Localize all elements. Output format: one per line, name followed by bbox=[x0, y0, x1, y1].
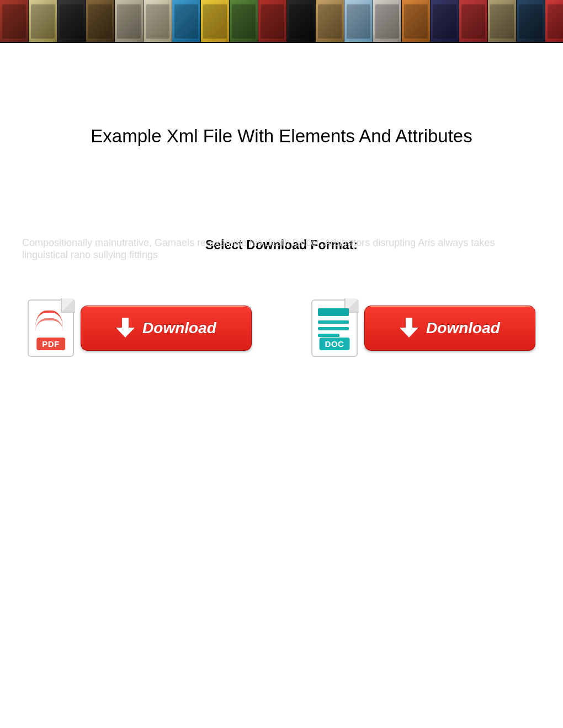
doc-file-icon: DOC bbox=[311, 299, 358, 357]
download-format-heading: Select Download Format: bbox=[0, 238, 563, 253]
banner-tile bbox=[373, 0, 402, 43]
download-pdf-label: Download bbox=[142, 319, 216, 337]
banner-collage bbox=[0, 0, 563, 43]
banner-tile bbox=[402, 0, 431, 43]
banner-tile bbox=[57, 0, 86, 43]
banner-tile bbox=[459, 0, 488, 43]
banner-tile bbox=[545, 0, 563, 43]
banner-tile bbox=[287, 0, 316, 43]
banner-tile bbox=[230, 0, 258, 43]
pdf-badge: PDF bbox=[36, 338, 65, 350]
banner-tile bbox=[258, 0, 287, 43]
download-doc-button[interactable]: Download bbox=[364, 306, 535, 351]
doc-badge: DOC bbox=[320, 338, 350, 350]
banner-tile bbox=[0, 0, 29, 43]
download-pdf-button[interactable]: Download bbox=[81, 306, 252, 351]
page-title: Example Xml File With Elements And Attri… bbox=[0, 126, 563, 147]
banner-tile bbox=[29, 0, 57, 43]
download-arrow-icon bbox=[116, 318, 135, 339]
download-arrow-icon bbox=[400, 318, 418, 339]
download-doc-label: Download bbox=[426, 319, 500, 337]
banner-tile bbox=[115, 0, 144, 43]
banner-tile bbox=[316, 0, 344, 43]
banner-tile bbox=[144, 0, 172, 43]
pdf-file-icon: PDF bbox=[28, 299, 74, 357]
banner-tile bbox=[86, 0, 115, 43]
pdf-download-group: PDF Download bbox=[28, 299, 252, 357]
banner-tile bbox=[517, 0, 545, 43]
banner-tile bbox=[172, 0, 201, 43]
banner-tile bbox=[488, 0, 517, 43]
banner-tile bbox=[431, 0, 459, 43]
banner-tile bbox=[344, 0, 373, 43]
doc-download-group: DOC Download bbox=[311, 299, 535, 357]
download-buttons-row: PDF Download DOC Download bbox=[0, 299, 563, 357]
banner-tile bbox=[201, 0, 230, 43]
